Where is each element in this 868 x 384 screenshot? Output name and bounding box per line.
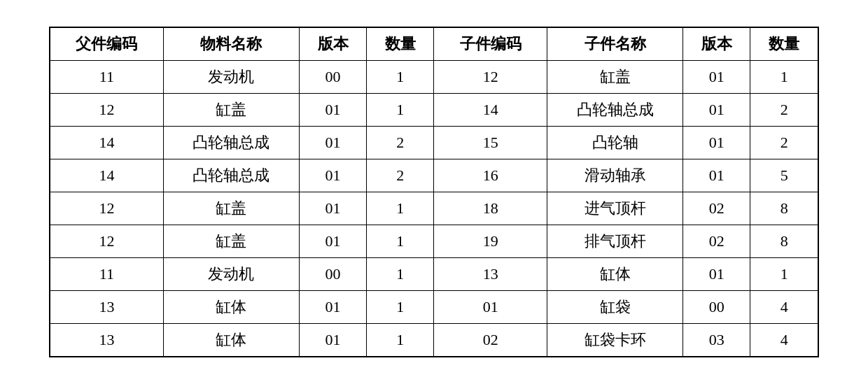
table-row: 11发动机00113缸体011	[50, 258, 818, 291]
cell-4-1: 缸盖	[163, 192, 299, 225]
header-col-0: 父件编码	[50, 27, 163, 61]
cell-4-7: 8	[750, 192, 818, 225]
cell-5-4: 19	[434, 225, 547, 258]
cell-1-5: 凸轮轴总成	[547, 94, 682, 127]
cell-3-5: 滑动轴承	[547, 159, 682, 192]
cell-6-2: 00	[299, 258, 366, 291]
cell-4-0: 12	[50, 192, 163, 225]
cell-5-7: 8	[750, 225, 818, 258]
cell-7-0: 13	[50, 291, 163, 324]
header-col-3: 数量	[367, 27, 434, 61]
cell-8-7: 4	[750, 324, 818, 357]
cell-1-7: 2	[750, 94, 818, 127]
table-row: 12缸盖01114凸轮轴总成012	[50, 94, 818, 127]
cell-4-2: 01	[299, 192, 366, 225]
header-col-7: 数量	[750, 27, 818, 61]
cell-1-0: 12	[50, 94, 163, 127]
cell-8-3: 1	[367, 324, 434, 357]
cell-0-3: 1	[367, 61, 434, 94]
cell-8-1: 缸体	[163, 324, 299, 357]
cell-6-5: 缸体	[547, 258, 682, 291]
cell-7-6: 00	[683, 291, 750, 324]
cell-2-0: 14	[50, 127, 163, 159]
table-row: 14凸轮轴总成01215凸轮轴012	[50, 127, 818, 159]
header-col-1: 物料名称	[163, 27, 299, 61]
cell-6-6: 01	[683, 258, 750, 291]
table-row: 11发动机00112缸盖011	[50, 61, 818, 94]
header-row: 父件编码物料名称版本数量子件编码子件名称版本数量	[50, 27, 818, 61]
header-col-4: 子件编码	[434, 27, 547, 61]
cell-7-5: 缸袋	[547, 291, 682, 324]
table-row: 14凸轮轴总成01216滑动轴承015	[50, 159, 818, 192]
cell-7-3: 1	[367, 291, 434, 324]
cell-2-5: 凸轮轴	[547, 127, 682, 159]
cell-5-2: 01	[299, 225, 366, 258]
table-wrapper: 父件编码物料名称版本数量子件编码子件名称版本数量 11发动机00112缸盖011…	[49, 27, 819, 357]
cell-2-1: 凸轮轴总成	[163, 127, 299, 159]
table-row: 13缸体01102缸袋卡环034	[50, 324, 818, 357]
cell-1-1: 缸盖	[163, 94, 299, 127]
header-col-2: 版本	[299, 27, 366, 61]
cell-2-2: 01	[299, 127, 366, 159]
cell-3-0: 14	[50, 159, 163, 192]
cell-0-5: 缸盖	[547, 61, 682, 94]
cell-3-1: 凸轮轴总成	[163, 159, 299, 192]
cell-8-0: 13	[50, 324, 163, 357]
cell-7-4: 01	[434, 291, 547, 324]
cell-0-7: 1	[750, 61, 818, 94]
cell-5-6: 02	[683, 225, 750, 258]
cell-5-1: 缸盖	[163, 225, 299, 258]
cell-3-2: 01	[299, 159, 366, 192]
cell-0-2: 00	[299, 61, 366, 94]
cell-7-7: 4	[750, 291, 818, 324]
cell-3-4: 16	[434, 159, 547, 192]
cell-4-4: 18	[434, 192, 547, 225]
table-body: 11发动机00112缸盖01112缸盖01114凸轮轴总成01214凸轮轴总成0…	[50, 61, 818, 357]
cell-1-4: 14	[434, 94, 547, 127]
cell-6-0: 11	[50, 258, 163, 291]
cell-2-6: 01	[683, 127, 750, 159]
cell-0-0: 11	[50, 61, 163, 94]
cell-2-7: 2	[750, 127, 818, 159]
table-row: 13缸体01101缸袋004	[50, 291, 818, 324]
cell-7-1: 缸体	[163, 291, 299, 324]
cell-6-4: 13	[434, 258, 547, 291]
cell-4-3: 1	[367, 192, 434, 225]
header-col-6: 版本	[683, 27, 750, 61]
cell-4-6: 02	[683, 192, 750, 225]
cell-5-0: 12	[50, 225, 163, 258]
cell-4-5: 进气顶杆	[547, 192, 682, 225]
cell-7-2: 01	[299, 291, 366, 324]
cell-0-1: 发动机	[163, 61, 299, 94]
cell-3-3: 2	[367, 159, 434, 192]
cell-6-3: 1	[367, 258, 434, 291]
cell-1-6: 01	[683, 94, 750, 127]
cell-8-4: 02	[434, 324, 547, 357]
cell-3-7: 5	[750, 159, 818, 192]
cell-6-1: 发动机	[163, 258, 299, 291]
cell-8-5: 缸袋卡环	[547, 324, 682, 357]
cell-6-7: 1	[750, 258, 818, 291]
cell-8-2: 01	[299, 324, 366, 357]
cell-0-4: 12	[434, 61, 547, 94]
cell-1-3: 1	[367, 94, 434, 127]
cell-5-3: 1	[367, 225, 434, 258]
cell-2-3: 2	[367, 127, 434, 159]
cell-2-4: 15	[434, 127, 547, 159]
cell-0-6: 01	[683, 61, 750, 94]
table-row: 12缸盖01119排气顶杆028	[50, 225, 818, 258]
bom-table: 父件编码物料名称版本数量子件编码子件名称版本数量 11发动机00112缸盖011…	[49, 27, 819, 357]
cell-1-2: 01	[299, 94, 366, 127]
cell-8-6: 03	[683, 324, 750, 357]
table-row: 12缸盖01118进气顶杆028	[50, 192, 818, 225]
cell-3-6: 01	[683, 159, 750, 192]
cell-5-5: 排气顶杆	[547, 225, 682, 258]
header-col-5: 子件名称	[547, 27, 682, 61]
